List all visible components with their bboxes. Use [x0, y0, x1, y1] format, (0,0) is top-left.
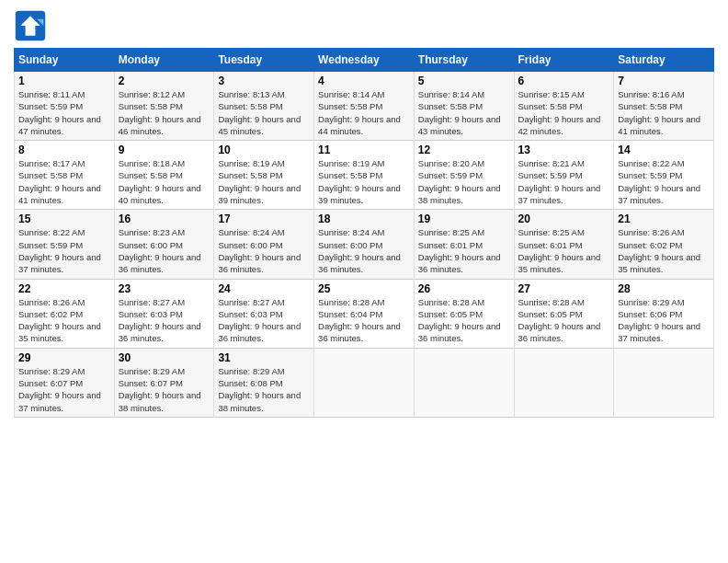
day-info: Sunrise: 8:12 AMSunset: 5:58 PMDaylight:…	[119, 88, 210, 137]
weekday-header: Monday	[114, 49, 214, 72]
calendar-cell: 11Sunrise: 8:19 AMSunset: 5:58 PMDayligh…	[314, 141, 415, 210]
day-info: Sunrise: 8:26 AMSunset: 6:02 PMDaylight:…	[618, 226, 710, 275]
calendar-cell: 14Sunrise: 8:22 AMSunset: 5:59 PMDayligh…	[614, 141, 714, 210]
calendar-cell: 13Sunrise: 8:21 AMSunset: 5:59 PMDayligh…	[514, 141, 614, 210]
day-number: 13	[518, 144, 610, 156]
calendar-cell: 29Sunrise: 8:29 AMSunset: 6:07 PMDayligh…	[15, 348, 115, 417]
calendar-cell: 27Sunrise: 8:28 AMSunset: 6:05 PMDayligh…	[514, 279, 614, 348]
calendar-table: SundayMondayTuesdayWednesdayThursdayFrid…	[14, 48, 714, 418]
day-info: Sunrise: 8:14 AMSunset: 5:58 PMDaylight:…	[318, 88, 410, 137]
day-number: 28	[618, 282, 710, 295]
calendar-cell: 28Sunrise: 8:29 AMSunset: 6:06 PMDayligh…	[614, 279, 714, 348]
calendar-cell: 25Sunrise: 8:28 AMSunset: 6:04 PMDayligh…	[314, 279, 415, 348]
calendar-cell: 21Sunrise: 8:26 AMSunset: 6:02 PMDayligh…	[614, 210, 714, 279]
day-info: Sunrise: 8:20 AMSunset: 5:59 PMDaylight:…	[418, 157, 510, 206]
day-info: Sunrise: 8:21 AMSunset: 5:59 PMDaylight:…	[518, 157, 610, 206]
day-number: 26	[418, 282, 510, 295]
day-number: 22	[18, 282, 110, 295]
day-info: Sunrise: 8:13 AMSunset: 5:58 PMDaylight:…	[218, 88, 310, 137]
calendar-cell	[614, 348, 714, 417]
weekday-header: Friday	[514, 49, 614, 72]
weekday-header: Sunday	[15, 49, 115, 72]
calendar-cell: 19Sunrise: 8:25 AMSunset: 6:01 PMDayligh…	[414, 210, 514, 279]
calendar-body: 1Sunrise: 8:11 AMSunset: 5:59 PMDaylight…	[15, 72, 714, 418]
day-info: Sunrise: 8:25 AMSunset: 6:01 PMDaylight:…	[418, 226, 510, 275]
day-info: Sunrise: 8:19 AMSunset: 5:58 PMDaylight:…	[218, 157, 310, 206]
day-info: Sunrise: 8:28 AMSunset: 6:05 PMDaylight:…	[518, 296, 610, 345]
day-info: Sunrise: 8:22 AMSunset: 5:59 PMDaylight:…	[18, 226, 110, 275]
day-info: Sunrise: 8:24 AMSunset: 6:00 PMDaylight:…	[318, 226, 410, 275]
calendar-cell	[414, 348, 514, 417]
weekday-header: Wednesday	[314, 49, 415, 72]
calendar-cell: 22Sunrise: 8:26 AMSunset: 6:02 PMDayligh…	[15, 279, 115, 348]
calendar-cell: 18Sunrise: 8:24 AMSunset: 6:00 PMDayligh…	[314, 210, 415, 279]
logo-icon	[14, 9, 47, 42]
calendar-cell: 9Sunrise: 8:18 AMSunset: 5:58 PMDaylight…	[114, 141, 214, 210]
day-number: 14	[618, 144, 710, 156]
logo	[14, 9, 51, 42]
day-number: 16	[119, 213, 210, 225]
day-info: Sunrise: 8:28 AMSunset: 6:05 PMDaylight:…	[418, 296, 510, 345]
day-number: 20	[518, 213, 610, 225]
header	[14, 9, 714, 42]
day-number: 7	[618, 75, 710, 87]
calendar-week-row: 8Sunrise: 8:17 AMSunset: 5:58 PMDaylight…	[15, 141, 714, 210]
calendar-cell: 23Sunrise: 8:27 AMSunset: 6:03 PMDayligh…	[114, 279, 214, 348]
calendar-cell: 8Sunrise: 8:17 AMSunset: 5:58 PMDaylight…	[15, 141, 115, 210]
day-number: 19	[418, 213, 510, 225]
day-number: 21	[618, 213, 710, 225]
day-info: Sunrise: 8:29 AMSunset: 6:07 PMDaylight:…	[119, 365, 210, 414]
calendar-cell: 4Sunrise: 8:14 AMSunset: 5:58 PMDaylight…	[314, 72, 415, 141]
calendar-cell: 1Sunrise: 8:11 AMSunset: 5:59 PMDaylight…	[15, 72, 115, 141]
day-info: Sunrise: 8:19 AMSunset: 5:58 PMDaylight:…	[318, 157, 410, 206]
day-info: Sunrise: 8:11 AMSunset: 5:59 PMDaylight:…	[18, 88, 110, 137]
day-number: 5	[418, 75, 510, 87]
day-number: 17	[218, 213, 310, 225]
calendar-cell: 3Sunrise: 8:13 AMSunset: 5:58 PMDaylight…	[214, 72, 314, 141]
day-info: Sunrise: 8:27 AMSunset: 6:03 PMDaylight:…	[119, 296, 210, 345]
day-number: 9	[119, 144, 210, 156]
day-info: Sunrise: 8:24 AMSunset: 6:00 PMDaylight:…	[218, 226, 310, 275]
day-number: 3	[218, 75, 310, 87]
day-number: 23	[119, 282, 210, 295]
day-number: 2	[119, 75, 210, 87]
day-number: 11	[318, 144, 410, 156]
day-info: Sunrise: 8:27 AMSunset: 6:03 PMDaylight:…	[218, 296, 310, 345]
day-info: Sunrise: 8:17 AMSunset: 5:58 PMDaylight:…	[18, 157, 110, 206]
day-info: Sunrise: 8:25 AMSunset: 6:01 PMDaylight:…	[518, 226, 610, 275]
calendar-cell: 24Sunrise: 8:27 AMSunset: 6:03 PMDayligh…	[214, 279, 314, 348]
day-info: Sunrise: 8:29 AMSunset: 6:07 PMDaylight:…	[18, 365, 110, 414]
calendar-cell: 20Sunrise: 8:25 AMSunset: 6:01 PMDayligh…	[514, 210, 614, 279]
day-number: 27	[518, 282, 610, 295]
weekday-header: Saturday	[614, 49, 714, 72]
weekday-header: Thursday	[414, 49, 514, 72]
calendar-header: SundayMondayTuesdayWednesdayThursdayFrid…	[15, 49, 714, 72]
calendar-cell: 15Sunrise: 8:22 AMSunset: 5:59 PMDayligh…	[15, 210, 115, 279]
calendar-cell: 17Sunrise: 8:24 AMSunset: 6:00 PMDayligh…	[214, 210, 314, 279]
calendar-cell: 5Sunrise: 8:14 AMSunset: 5:58 PMDaylight…	[414, 72, 514, 141]
calendar-week-row: 1Sunrise: 8:11 AMSunset: 5:59 PMDaylight…	[15, 72, 714, 141]
day-info: Sunrise: 8:15 AMSunset: 5:58 PMDaylight:…	[518, 88, 610, 137]
day-number: 6	[518, 75, 610, 87]
calendar-cell: 16Sunrise: 8:23 AMSunset: 6:00 PMDayligh…	[114, 210, 214, 279]
day-info: Sunrise: 8:28 AMSunset: 6:04 PMDaylight:…	[318, 296, 410, 345]
calendar-cell: 7Sunrise: 8:16 AMSunset: 5:58 PMDaylight…	[614, 72, 714, 141]
day-number: 24	[218, 282, 310, 295]
calendar-cell: 26Sunrise: 8:28 AMSunset: 6:05 PMDayligh…	[414, 279, 514, 348]
calendar-cell: 10Sunrise: 8:19 AMSunset: 5:58 PMDayligh…	[214, 141, 314, 210]
calendar-week-row: 22Sunrise: 8:26 AMSunset: 6:02 PMDayligh…	[15, 279, 714, 348]
weekday-header-row: SundayMondayTuesdayWednesdayThursdayFrid…	[15, 49, 714, 72]
calendar-cell: 6Sunrise: 8:15 AMSunset: 5:58 PMDaylight…	[514, 72, 614, 141]
day-info: Sunrise: 8:18 AMSunset: 5:58 PMDaylight:…	[119, 157, 210, 206]
calendar-cell: 30Sunrise: 8:29 AMSunset: 6:07 PMDayligh…	[114, 348, 214, 417]
day-info: Sunrise: 8:23 AMSunset: 6:00 PMDaylight:…	[119, 226, 210, 275]
page-container: SundayMondayTuesdayWednesdayThursdayFrid…	[0, 0, 728, 427]
day-number: 8	[18, 144, 110, 156]
day-info: Sunrise: 8:22 AMSunset: 5:59 PMDaylight:…	[618, 157, 710, 206]
day-number: 25	[318, 282, 410, 295]
calendar-week-row: 29Sunrise: 8:29 AMSunset: 6:07 PMDayligh…	[15, 348, 714, 417]
day-number: 4	[318, 75, 410, 87]
day-number: 31	[218, 351, 310, 364]
calendar-week-row: 15Sunrise: 8:22 AMSunset: 5:59 PMDayligh…	[15, 210, 714, 279]
calendar-cell: 12Sunrise: 8:20 AMSunset: 5:59 PMDayligh…	[414, 141, 514, 210]
